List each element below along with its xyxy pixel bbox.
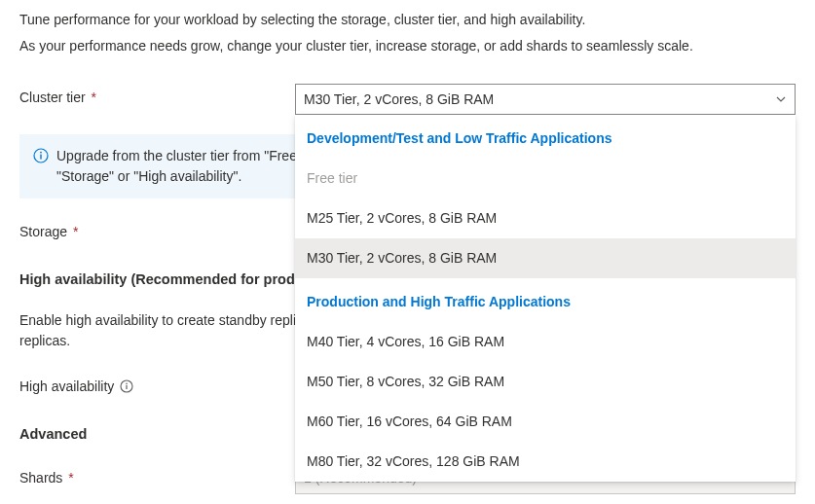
- storage-label-text: Storage: [19, 224, 67, 239]
- shards-label-text: Shards: [19, 470, 62, 486]
- cluster-tier-label: Cluster tier *: [19, 84, 295, 108]
- dropdown-item[interactable]: M80 Tier, 32 vCores, 128 GiB RAM: [295, 442, 796, 482]
- dropdown-item[interactable]: M30 Tier, 2 vCores, 8 GiB RAM: [295, 238, 796, 278]
- cluster-tier-select[interactable]: M30 Tier, 2 vCores, 8 GiB RAM: [295, 84, 796, 115]
- dropdown-item[interactable]: M50 Tier, 8 vCores, 32 GiB RAM: [295, 362, 796, 402]
- required-asterisk: *: [64, 470, 73, 486]
- chevron-down-icon: [775, 93, 787, 105]
- cluster-tier-selected-value: M30 Tier, 2 vCores, 8 GiB RAM: [304, 90, 494, 110]
- dropdown-item[interactable]: M40 Tier, 4 vCores, 16 GiB RAM: [295, 322, 796, 362]
- info-icon[interactable]: [120, 379, 133, 393]
- required-asterisk: *: [69, 224, 78, 239]
- shards-label: Shards *: [19, 468, 295, 488]
- dropdown-group-header: Production and High Traffic Applications: [295, 278, 796, 322]
- dropdown-item[interactable]: M25 Tier, 2 vCores, 8 GiB RAM: [295, 198, 796, 238]
- intro-line-1: Tune performance for your workload by se…: [19, 10, 796, 30]
- high-availability-label: High availability: [19, 377, 114, 397]
- cluster-tier-label-text: Cluster tier: [19, 90, 86, 105]
- dropdown-item[interactable]: M60 Tier, 16 vCores, 64 GiB RAM: [295, 402, 796, 442]
- svg-point-1: [40, 152, 42, 154]
- info-icon: [33, 148, 49, 163]
- svg-rect-5: [127, 385, 128, 389]
- intro-text: Tune performance for your workload by se…: [19, 10, 796, 56]
- dropdown-group-header: Development/Test and Low Traffic Applica…: [295, 115, 796, 159]
- svg-rect-2: [40, 155, 41, 160]
- intro-line-2: As your performance needs grow, change y…: [19, 36, 796, 56]
- required-asterisk: *: [88, 90, 96, 105]
- dropdown-item: Free tier: [295, 159, 796, 198]
- cluster-tier-row: Cluster tier * M30 Tier, 2 vCores, 8 GiB…: [19, 84, 796, 115]
- svg-point-4: [126, 383, 128, 385]
- cluster-tier-dropdown[interactable]: Development/Test and Low Traffic Applica…: [295, 115, 796, 482]
